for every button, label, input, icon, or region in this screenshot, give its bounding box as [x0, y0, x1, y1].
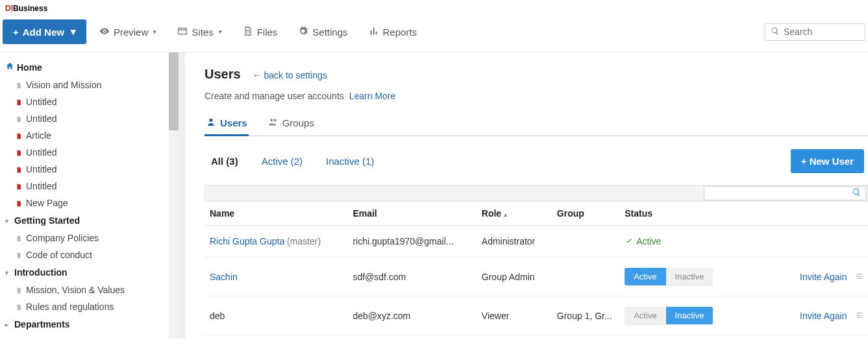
top-toolbar: + Add New ▾ Preview ▾ Sites▾ Files Setti…	[0, 16, 868, 52]
toolbar-files[interactable]: Files	[235, 22, 286, 42]
eye-icon	[99, 26, 110, 38]
toolbar-preview[interactable]: Preview ▾	[92, 22, 164, 42]
search-icon[interactable]	[852, 187, 862, 199]
sidebar-scrollbar-thumb[interactable]	[169, 53, 179, 130]
status-toggle-active[interactable]: Active	[625, 307, 665, 324]
users-icon	[268, 117, 279, 129]
sidebar-page-item[interactable]: Untitled	[0, 93, 179, 110]
sidebar-page-item[interactable]: Untitled	[0, 110, 179, 127]
status-toggle-inactive[interactable]: Inactive	[666, 307, 713, 324]
table-row: Sachinsdf@sdf.comGroup AdminActiveInacti…	[205, 257, 868, 296]
sidebar-page-item[interactable]: Untitled	[0, 144, 179, 161]
page-subtitle: Create and manage user accounts Learn Mo…	[205, 91, 868, 101]
sidebar-page-item[interactable]: Article	[0, 127, 179, 144]
chevron-down-icon: ▾	[5, 269, 12, 276]
learn-more-link[interactable]: Learn More	[349, 91, 396, 101]
global-search[interactable]	[765, 23, 865, 41]
sidebar-page-item[interactable]: Rules and regulations	[0, 298, 179, 315]
sort-asc-icon: ▲	[502, 211, 508, 218]
sidebar-page-item[interactable]: Company Policies	[0, 230, 179, 246]
caret-down-icon: ▾	[153, 29, 156, 35]
gear-icon	[298, 26, 308, 38]
sidebar-item-label: Untitled	[26, 97, 56, 107]
col-header-group[interactable]: Group	[552, 202, 619, 226]
page-icon	[16, 251, 22, 259]
sidebar-section-getting-started[interactable]: ▾ Getting Started	[0, 211, 179, 230]
bar-chart-icon	[369, 26, 379, 38]
sidebar-page-item[interactable]: New Page	[0, 195, 179, 211]
toolbar-settings[interactable]: Settings	[290, 22, 355, 42]
user-name: deb	[210, 311, 225, 321]
back-to-settings-link[interactable]: ← back to settings	[253, 70, 327, 80]
sidebar-section-introduction[interactable]: ▾ Introduction	[0, 263, 179, 281]
page-icon	[16, 234, 22, 242]
filter-active[interactable]: Active (2)	[259, 154, 305, 168]
sidebar-page-item[interactable]: Mission, Vision & Values	[0, 281, 179, 298]
page-title: Users	[205, 67, 241, 82]
user-email: deb@xyz.com	[347, 296, 476, 335]
chevron-down-icon: ▾	[5, 217, 12, 224]
sidebar-item-label: New Page	[26, 198, 68, 208]
row-menu-icon[interactable]: ≡	[847, 270, 863, 283]
user-name-link[interactable]: Richi Gupta Gupta	[210, 236, 284, 246]
col-header-name[interactable]: Name	[205, 202, 347, 226]
caret-down-icon: ▾	[71, 26, 76, 38]
user-name-suffix: (master)	[284, 236, 321, 246]
col-header-status[interactable]: Status	[619, 202, 762, 226]
invite-again-link[interactable]: Invite Again	[800, 272, 847, 282]
user-group	[552, 257, 619, 296]
file-icon	[243, 26, 253, 38]
sidebar-item-label: Mission, Vision & Values	[26, 285, 125, 295]
table-search-input[interactable]	[708, 189, 852, 198]
status-active-label: Active	[625, 236, 757, 246]
search-icon	[771, 27, 780, 38]
global-search-input[interactable]	[784, 27, 860, 37]
brand-logo: DIBusiness	[5, 4, 47, 13]
new-user-button[interactable]: + New User	[791, 149, 864, 173]
page-icon	[16, 165, 22, 173]
sidebar-section-home[interactable]: Home	[0, 58, 179, 77]
invite-again-link[interactable]: Invite Again	[800, 311, 847, 321]
page-icon	[16, 115, 22, 123]
sidebar-section-departments[interactable]: ▸ Departments	[0, 315, 179, 333]
filter-inactive[interactable]: Inactive (1)	[323, 154, 377, 168]
page-icon	[16, 286, 22, 294]
sidebar: Home Vision and MissionUntitledUntitledA…	[0, 53, 179, 339]
sidebar-item-label: Company Policies	[26, 233, 99, 243]
sidebar-page-item[interactable]: Untitled	[0, 178, 179, 195]
user-name-link[interactable]: Sachin	[210, 272, 238, 282]
tab-groups[interactable]: Groups	[267, 113, 316, 136]
add-new-button[interactable]: + Add New ▾	[3, 19, 86, 44]
table-search[interactable]	[704, 186, 866, 200]
page-icon	[16, 199, 22, 207]
sidebar-item-label: Rules and regulations	[26, 302, 114, 312]
toolbar-reports[interactable]: Reports	[361, 22, 425, 42]
page-icon	[16, 182, 22, 190]
plus-icon: +	[13, 27, 19, 38]
caret-down-icon: ▾	[219, 29, 222, 35]
sidebar-page-item[interactable]: Vision and Mission	[0, 77, 179, 93]
toolbar-sites[interactable]: Sites▾	[169, 22, 229, 42]
tab-users[interactable]: Users	[205, 113, 249, 136]
page-icon	[16, 98, 22, 106]
main-content: Users ← back to settings Create and mana…	[185, 53, 868, 339]
window-icon	[177, 26, 188, 38]
status-toggle-active[interactable]: Active	[625, 268, 665, 285]
status-toggle-inactive[interactable]: Inactive	[666, 268, 713, 285]
sidebar-page-item[interactable]: Untitled	[0, 161, 179, 178]
status-toggle: ActiveInactive	[625, 268, 713, 285]
row-menu-icon[interactable]: ≡	[847, 309, 863, 322]
col-header-role[interactable]: Role▲	[477, 202, 552, 226]
page-icon	[16, 149, 22, 156]
col-header-email[interactable]: Email	[347, 202, 476, 226]
pane-splitter[interactable]	[179, 53, 185, 339]
home-icon	[5, 62, 14, 73]
sidebar-item-label: Untitled	[26, 181, 56, 191]
chevron-right-icon: ▸	[5, 321, 12, 328]
sidebar-item-label: Untitled	[26, 113, 56, 124]
page-icon	[16, 81, 22, 89]
filter-all[interactable]: All (3)	[208, 154, 241, 168]
sidebar-item-label: Code of conduct	[26, 250, 92, 260]
sidebar-item-label: Untitled	[26, 164, 56, 174]
sidebar-page-item[interactable]: Code of conduct	[0, 246, 179, 263]
